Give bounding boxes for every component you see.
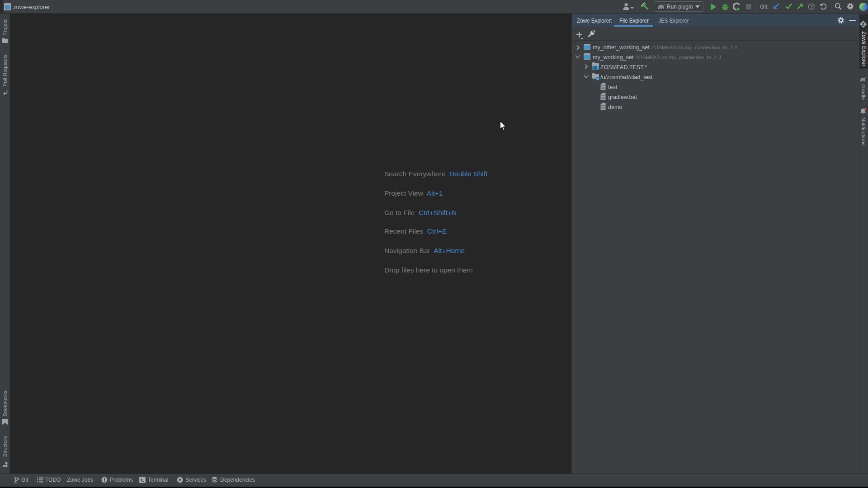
svg-text:OS: OS	[593, 66, 597, 69]
